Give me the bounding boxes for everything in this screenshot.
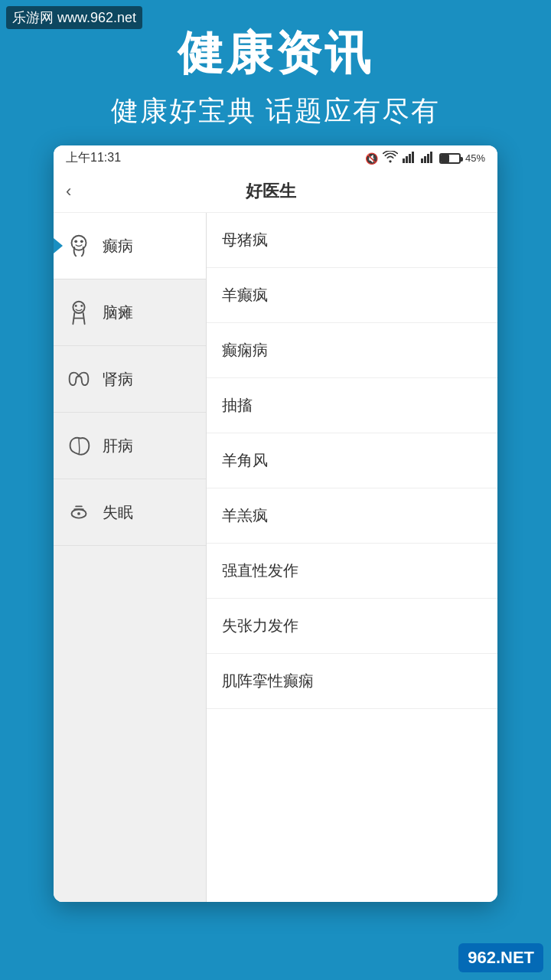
epilepsy-icon (63, 230, 95, 262)
svg-point-12 (75, 305, 77, 307)
sidebar-label-epilepsy: 癫病 (103, 236, 133, 256)
kidney-icon (63, 363, 95, 395)
insomnia-icon (63, 496, 95, 528)
sidebar-label-cerebral-palsy: 脑瘫 (103, 302, 133, 323)
signal-icon-2 (421, 151, 435, 165)
svg-point-15 (77, 512, 80, 515)
back-button[interactable]: ‹ (66, 181, 79, 201)
svg-point-9 (74, 240, 77, 243)
phone-mockup: 上午11:31 🔇 (54, 145, 497, 902)
battery-percent: 45% (465, 152, 485, 164)
content-area: 癫病 脑瘫 肾病 肝病 失眠 母猪疯羊癫疯癫痫病抽搐羊角风羊羔疯强直性发作失张力… (54, 213, 497, 902)
right-list: 母猪疯羊癫疯癫痫病抽搐羊角风羊羔疯强直性发作失张力发作肌阵挛性癫痫 (207, 213, 497, 902)
page-title: 健康资讯 (15, 23, 536, 85)
wifi-icon (383, 151, 398, 165)
svg-rect-5 (424, 156, 426, 163)
svg-point-10 (80, 240, 83, 243)
sidebar-item-kidney[interactable]: 肾病 (54, 346, 206, 413)
svg-rect-1 (406, 156, 408, 163)
sidebar-item-liver[interactable]: 肝病 (54, 413, 206, 479)
sidebar-item-cerebral-palsy[interactable]: 脑瘫 (54, 279, 206, 346)
svg-rect-6 (427, 154, 429, 163)
sidebar-label-insomnia: 失眠 (103, 502, 133, 523)
sidebar-item-insomnia[interactable]: 失眠 (54, 479, 206, 546)
navbar-title: 好医生 (79, 180, 462, 203)
right-list-item[interactable]: 羊羔疯 (207, 488, 497, 544)
status-time: 上午11:31 (66, 150, 121, 166)
app-navbar: ‹ 好医生 (54, 171, 497, 213)
right-list-item[interactable]: 羊癫疯 (207, 268, 497, 323)
svg-rect-0 (403, 158, 405, 163)
bottom-watermark: 962.NET (458, 943, 543, 972)
sidebar-label-kidney: 肾病 (103, 369, 133, 390)
right-list-item[interactable]: 母猪疯 (207, 213, 497, 268)
cerebral-palsy-icon (63, 296, 95, 328)
svg-point-13 (80, 305, 83, 307)
svg-rect-3 (412, 152, 414, 163)
top-watermark: 乐游网 www.962.net (6, 6, 142, 29)
right-list-item[interactable]: 羊角风 (207, 433, 497, 488)
status-icons: 🔇 (365, 151, 485, 165)
sidebar: 癫病 脑瘫 肾病 肝病 失眠 (54, 213, 207, 902)
sidebar-item-epilepsy[interactable]: 癫病 (54, 213, 206, 279)
right-list-item[interactable]: 肌阵挛性癫痫 (207, 654, 497, 709)
svg-rect-7 (430, 152, 432, 163)
svg-rect-2 (409, 154, 411, 163)
svg-rect-4 (421, 158, 423, 163)
battery-icon: 45% (439, 152, 485, 164)
right-list-item[interactable]: 强直性发作 (207, 544, 497, 599)
status-bar: 上午11:31 🔇 (54, 145, 497, 171)
signal-icon-1 (403, 151, 416, 165)
right-list-item[interactable]: 抽搐 (207, 378, 497, 433)
svg-point-11 (73, 302, 84, 313)
page-subtitle: 健康好宝典 话题应有尽有 (15, 93, 536, 130)
liver-icon (63, 430, 95, 462)
right-list-item[interactable]: 失张力发作 (207, 599, 497, 654)
right-list-item[interactable]: 癫痫病 (207, 323, 497, 378)
sidebar-label-liver: 肝病 (103, 436, 133, 456)
mute-icon: 🔇 (365, 152, 378, 165)
